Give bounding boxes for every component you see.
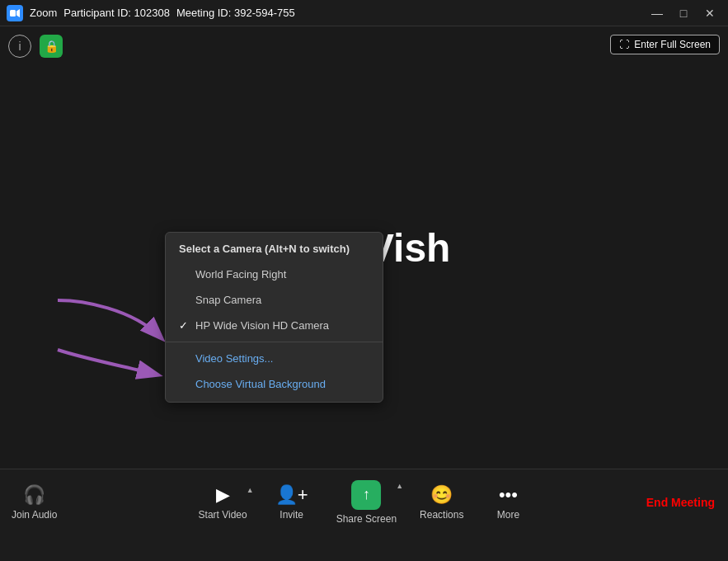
minimize-button[interactable]: —	[646, 5, 669, 21]
virtual-background-label: Choose Virtual Background	[195, 378, 326, 390]
title-bar-app: Zoom	[30, 7, 57, 19]
checkmark-vs	[179, 352, 190, 365]
fullscreen-button[interactable]: ⛶ Enter Full Screen	[610, 35, 720, 54]
start-video-label: Start Video	[199, 509, 247, 521]
reactions-button[interactable]: 😊 Reactions	[408, 478, 475, 527]
toolbar-right: End Meeting	[633, 469, 728, 535]
context-menu-header: Select a Camera (Alt+N to switch)	[166, 238, 383, 262]
title-bar: Zoom Participant ID: 102308 Meeting ID: …	[0, 0, 728, 26]
join-audio-button[interactable]: 🎧 Join Audio	[0, 478, 68, 527]
reactions-icon: 😊	[430, 484, 453, 506]
lock-button[interactable]: 🔒	[40, 35, 63, 58]
context-menu-divider	[166, 342, 383, 342]
share-screen-button[interactable]: ↑ Share Screen ▲	[325, 474, 408, 531]
checkmark-vb	[179, 378, 190, 390]
toolbar: 🎧 Join Audio ▶ Start Video ▲ 👤+ Invite ↑…	[0, 469, 728, 535]
camera-world-facing-label: World Facing Right	[195, 268, 286, 280]
maximize-button[interactable]: □	[672, 5, 695, 21]
share-screen-caret[interactable]: ▲	[396, 482, 403, 490]
share-screen-label: Share Screen	[336, 513, 397, 525]
invite-button[interactable]: 👤+ Invite	[259, 478, 325, 527]
info-icon: i	[18, 40, 21, 53]
more-icon: •••	[499, 484, 518, 506]
video-settings-option[interactable]: Video Settings...	[166, 346, 383, 371]
close-button[interactable]: ✕	[698, 5, 721, 21]
camera-option-snap[interactable]: Snap Camera	[166, 287, 383, 313]
zoom-logo	[7, 5, 23, 21]
camera-option-hp[interactable]: ✓ HP Wide Vision HD Camera	[166, 313, 383, 338]
camera-option-world-facing[interactable]: World Facing Right	[166, 262, 383, 287]
svg-rect-0	[10, 10, 16, 16]
meeting-area: i 🔒 ⛶ Enter Full Screen Meh Vish Select …	[0, 26, 728, 469]
share-screen-icon-wrapper: ↑	[351, 480, 381, 510]
join-audio-icon: 🎧	[23, 484, 45, 506]
fullscreen-label: Enter Full Screen	[634, 39, 711, 50]
invite-icon: 👤+	[275, 484, 308, 506]
camera-context-menu: Select a Camera (Alt+N to switch) World …	[165, 232, 383, 403]
more-button[interactable]: ••• More	[475, 478, 541, 527]
video-settings-label: Video Settings...	[195, 352, 273, 365]
svg-marker-1	[16, 9, 20, 17]
toolbar-left: 🎧 Join Audio	[0, 478, 68, 527]
start-video-icon: ▶	[216, 484, 230, 506]
title-bar-participant-id: Participant ID: 102308	[63, 7, 170, 19]
title-bar-controls: — □ ✕	[646, 5, 721, 21]
title-bar-left: Zoom Participant ID: 102308 Meeting ID: …	[7, 5, 646, 21]
checkmark-snap	[179, 294, 190, 306]
virtual-background-option[interactable]: Choose Virtual Background	[166, 371, 383, 397]
checkmark-hp: ✓	[179, 319, 190, 332]
start-video-button[interactable]: ▶ Start Video ▲	[187, 478, 259, 527]
share-screen-icon: ↑	[363, 486, 370, 503]
toolbar-center: ▶ Start Video ▲ 👤+ Invite ↑ Share Screen…	[187, 474, 542, 531]
camera-snap-label: Snap Camera	[195, 294, 261, 306]
invite-label: Invite	[279, 509, 303, 521]
info-button[interactable]: i	[8, 35, 31, 58]
title-bar-meeting-id: Meeting ID: 392-594-755	[176, 7, 295, 19]
more-label: More	[497, 509, 519, 521]
lock-icon: 🔒	[45, 40, 59, 53]
reactions-label: Reactions	[420, 509, 463, 521]
top-left-icons: i 🔒	[8, 35, 63, 58]
fullscreen-icon: ⛶	[619, 39, 629, 50]
start-video-caret[interactable]: ▲	[247, 486, 254, 494]
checkmark-world-facing	[179, 268, 190, 280]
end-meeting-button[interactable]: End Meeting	[633, 469, 728, 535]
join-audio-label: Join Audio	[12, 509, 57, 521]
camera-hp-label: HP Wide Vision HD Camera	[195, 319, 329, 332]
